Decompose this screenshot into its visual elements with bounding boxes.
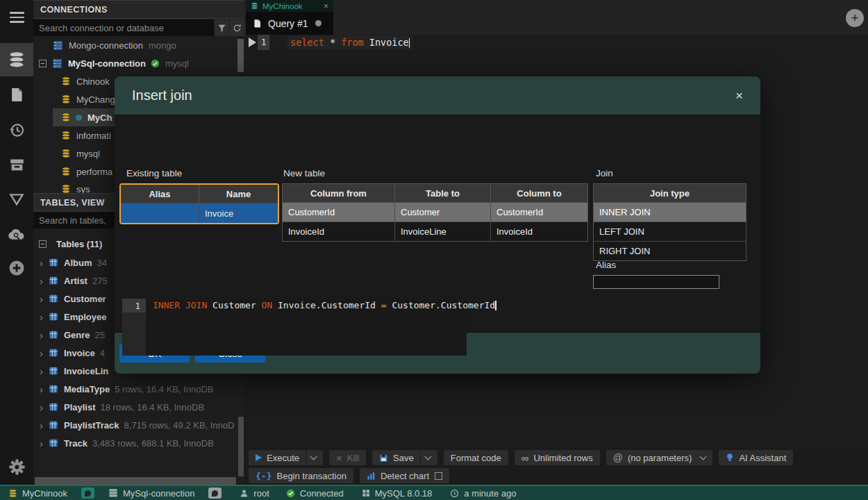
parameters-dropdown[interactable] — [698, 450, 706, 465]
table-item[interactable]: › Playlist 18 rows, 16.4 KB, InnoDB — [33, 398, 244, 416]
tables-scrollbar[interactable] — [238, 417, 244, 476]
table-item[interactable]: › MediaType 5 rows, 16.4 KB, InnoDB — [33, 380, 244, 398]
alias-label: Alias — [596, 260, 616, 270]
expand-chevron-icon[interactable]: › — [40, 294, 43, 303]
expand-chevron-icon[interactable]: › — [40, 258, 43, 267]
history-clock-icon — [9, 122, 25, 138]
connections-search-input[interactable] — [33, 19, 214, 36]
alias-input[interactable] — [593, 275, 719, 289]
expand-chevron-icon[interactable]: › — [40, 276, 43, 285]
line-number: 1 — [258, 35, 269, 50]
table-item[interactable]: › PlaylistTrack 8,715 rows, 49.2 KB, Inn… — [33, 416, 244, 434]
triangle-filter-icon — [8, 191, 25, 208]
sql-editor-line[interactable]: 1 select * from Invoice — [244, 35, 868, 50]
grid-icon — [362, 489, 370, 497]
status-user[interactable]: root — [240, 488, 269, 499]
gear-icon — [8, 458, 26, 476]
expand-chevron-icon[interactable]: › — [40, 331, 43, 340]
tab-label: MyChinook — [262, 2, 303, 10]
close-icon[interactable]: × — [735, 88, 743, 103]
new-table-row-selected[interactable]: CustomerId Customer CustomerId — [283, 202, 587, 222]
column-header[interactable]: Alias — [121, 185, 199, 203]
table-item[interactable]: › Track 3,483 rows, 688.1 KB, InnoDB — [33, 434, 244, 452]
database-label: MyChang — [76, 94, 115, 105]
column-header[interactable]: Name — [199, 185, 278, 203]
collapse-icon[interactable]: − — [39, 240, 47, 248]
app-root: CONNECTIONS Mongo-connection mongo − — [0, 0, 868, 500]
ai-assistant-button[interactable]: AI Assistant — [719, 450, 793, 465]
execute-dropdown[interactable] — [306, 450, 316, 465]
dialog-header: Insert join × — [115, 76, 760, 115]
nav-scripts-icon[interactable] — [0, 79, 33, 110]
detect-chart-checkbox[interactable] — [435, 472, 442, 480]
join-option-left[interactable]: LEFT JOIN — [594, 222, 746, 241]
detect-chart-toggle[interactable]: Detect chart — [360, 468, 449, 483]
connected-check-icon — [151, 59, 160, 68]
database-label: mysql — [76, 149, 100, 159]
status-connection[interactable]: MySql-connection — [108, 488, 194, 499]
connections-title: CONNECTIONS — [40, 5, 108, 15]
parameters-button[interactable]: @ (no parameters) — [606, 450, 713, 465]
nav-cloud-search-icon[interactable] — [0, 219, 33, 249]
expand-chevron-icon[interactable]: › — [40, 367, 43, 376]
nav-add-icon[interactable] — [0, 253, 33, 283]
column-header[interactable]: Column from — [283, 184, 395, 202]
expand-chevron-icon[interactable]: › — [40, 403, 43, 412]
driver-badge-icon[interactable] — [81, 488, 94, 499]
sql-code[interactable]: select * from Invoice — [287, 35, 412, 49]
nav-archive-icon[interactable] — [0, 149, 33, 180]
column-header[interactable]: Column to — [491, 184, 587, 202]
expand-chevron-icon[interactable]: › — [40, 385, 43, 394]
column-header[interactable]: Join type — [594, 184, 746, 202]
expand-chevron-icon[interactable]: › — [40, 439, 43, 448]
expand-chevron-icon[interactable]: › — [40, 421, 43, 430]
close-icon[interactable]: × — [324, 1, 328, 11]
new-tab-button[interactable]: + — [846, 9, 864, 27]
nav-history-icon[interactable] — [0, 115, 33, 145]
format-code-button[interactable]: Format code — [444, 450, 508, 465]
join-option-inner[interactable]: INNER JOIN — [594, 202, 746, 222]
begin-transaction-button[interactable]: {-} Begin transaction — [249, 468, 353, 483]
kill-button[interactable]: × Kill — [329, 450, 366, 465]
activity-bar — [0, 0, 34, 485]
existing-table-grid[interactable]: Alias Name Invoice — [119, 183, 279, 224]
menu-icon[interactable] — [10, 12, 24, 26]
driver-badge-icon[interactable] — [208, 488, 222, 499]
column-header[interactable]: Table to — [395, 184, 491, 202]
join-label: Join — [596, 168, 613, 178]
expand-chevron-icon[interactable]: › — [40, 312, 43, 322]
existing-table-row-selected[interactable]: Invoice — [121, 203, 278, 223]
play-icon — [256, 454, 262, 461]
nav-connections-icon[interactable] — [0, 43, 33, 76]
tab-query-1[interactable]: Query #1 — [246, 12, 333, 35]
tree-scrollbar[interactable] — [237, 39, 244, 72]
connection-item-mysql[interactable]: − MySql-connection mysql — [33, 54, 244, 72]
horizontal-scrollbar[interactable] — [35, 477, 236, 485]
database-label: MyCh — [87, 112, 112, 123]
collapse-icon[interactable]: − — [39, 60, 47, 67]
nav-filter-icon[interactable] — [0, 184, 33, 215]
database-label: performa — [76, 167, 112, 177]
execute-button[interactable]: Execute — [249, 450, 323, 465]
archive-box-icon — [9, 157, 25, 173]
new-table-row[interactable]: InvoiceId InvoiceLine InvoiceId — [283, 222, 587, 241]
expand-chevron-icon[interactable]: › — [40, 349, 43, 358]
connection-item-mongo[interactable]: Mongo-connection mongo — [33, 36, 244, 54]
server-icon — [52, 58, 62, 69]
run-line-icon[interactable] — [249, 38, 256, 47]
join-type-grid[interactable]: Join type INNER JOIN LEFT JOIN RIGHT JOI… — [593, 183, 746, 261]
sql-preview[interactable]: 1 INNER JOIN Customer ON Invoice.Custome… — [122, 299, 467, 356]
tab-mychinook[interactable]: MyChinook × — [246, 0, 333, 12]
save-dropdown[interactable] — [420, 450, 431, 465]
settings-button[interactable] — [0, 451, 33, 482]
status-database[interactable]: MyChinook — [8, 488, 67, 499]
save-button[interactable]: Save — [372, 450, 437, 465]
join-option-right[interactable]: RIGHT JOIN — [594, 241, 746, 260]
lightbulb-icon — [726, 453, 734, 462]
unlimited-rows-button[interactable]: ∞ Unlimited rows — [515, 450, 600, 465]
new-table-grid[interactable]: Column from Table to Column to CustomerI… — [282, 183, 588, 242]
filter-icon[interactable] — [215, 19, 229, 36]
gold-database-icon — [61, 131, 71, 140]
table-icon — [49, 258, 58, 267]
refresh-icon[interactable] — [230, 19, 244, 36]
